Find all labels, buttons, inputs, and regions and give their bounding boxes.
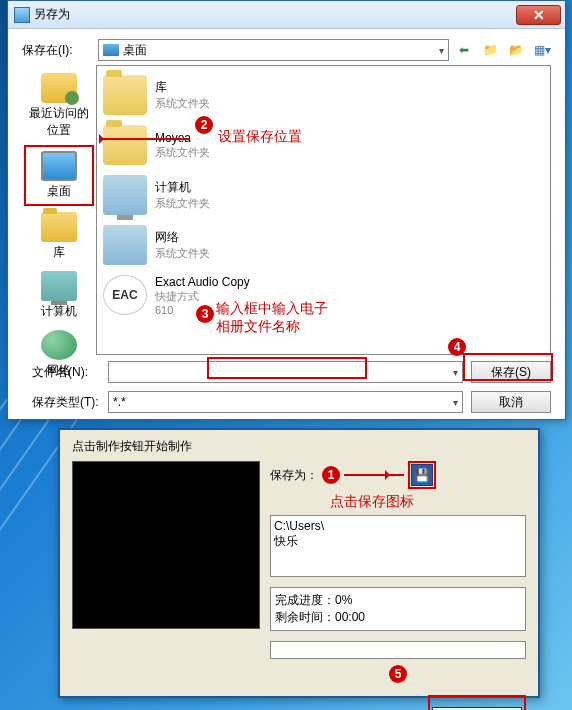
filename-combo[interactable]: ▾ <box>108 361 463 383</box>
computer-icon <box>103 175 147 215</box>
save-button[interactable]: 保存(S) <box>471 361 551 383</box>
place-computer[interactable]: 计算机 <box>24 267 94 324</box>
preview-area <box>72 461 260 629</box>
saveas-label: 保存为： <box>270 467 318 484</box>
annotation-arrow <box>344 474 404 476</box>
place-library[interactable]: 库 <box>24 208 94 265</box>
make-panel: 点击制作按钮开始制作 保存为： 1 💾 点击保存图标 C:\Users\ 快乐 … <box>58 428 540 698</box>
save-as-dialog: 另存为 ✕ 保存在(I): 桌面 ▾ ⬅ 📁 📂 ▦▾ 最近访问的位置 桌面 库… <box>7 0 566 420</box>
network-icon <box>41 330 77 360</box>
new-folder-icon[interactable]: 📂 <box>507 41 525 59</box>
desktop-icon <box>103 44 119 56</box>
save-in-label: 保存在(I): <box>22 42 92 59</box>
list-item[interactable]: 网络系统文件夹 <box>101 220 546 270</box>
filename-input[interactable] <box>109 365 453 379</box>
title-bar: 另存为 ✕ <box>8 1 565 29</box>
library-icon <box>41 212 77 242</box>
list-item[interactable]: 库系统文件夹 <box>101 70 546 120</box>
progress-bar <box>270 641 526 659</box>
path-display: C:\Users\ 快乐 <box>270 515 526 577</box>
annotation-highlight: ➡ 制作 <box>428 695 526 710</box>
file-list[interactable]: 库系统文件夹 Moyea系统文件夹 计算机系统文件夹 网络系统文件夹 EAC E… <box>96 65 551 355</box>
places-bar: 最近访问的位置 桌面 库 计算机 网络 <box>22 65 96 355</box>
chevron-down-icon: ▾ <box>453 397 458 408</box>
list-item[interactable]: EAC Exact Audio Copy快捷方式610 <box>101 270 546 320</box>
location-combo[interactable]: 桌面 ▾ <box>98 39 449 61</box>
panel-title: 点击制作按钮开始制作 <box>72 438 526 455</box>
up-icon[interactable]: 📁 <box>481 41 499 59</box>
progress-info: 完成进度：0% 剩余时间：00:00 <box>270 587 526 631</box>
dialog-icon <box>14 7 30 23</box>
folder-icon <box>103 125 147 165</box>
desktop-icon <box>41 151 77 181</box>
chevron-down-icon: ▾ <box>439 45 444 56</box>
list-item[interactable]: Moyea系统文件夹 <box>101 120 546 170</box>
chevron-down-icon: ▾ <box>453 367 458 378</box>
list-item[interactable]: 计算机系统文件夹 <box>101 170 546 220</box>
annotation-arrow <box>100 138 190 140</box>
recent-icon <box>41 73 77 103</box>
cancel-button[interactable]: 取消 <box>471 391 551 413</box>
place-desktop[interactable]: 桌面 <box>24 145 94 206</box>
network-icon <box>103 225 147 265</box>
library-icon <box>103 75 147 115</box>
eac-icon: EAC <box>103 275 147 315</box>
annotation-text: 点击保存图标 <box>330 493 572 511</box>
view-menu-icon[interactable]: ▦▾ <box>533 41 551 59</box>
computer-icon <box>41 271 77 301</box>
dialog-title: 另存为 <box>34 6 516 23</box>
filename-label: 文件名(N): <box>22 364 100 381</box>
back-icon[interactable]: ⬅ <box>455 41 473 59</box>
save-icon[interactable]: 💾 <box>411 464 433 486</box>
filetype-input[interactable] <box>109 395 453 409</box>
annotation-badge: 5 <box>389 665 407 683</box>
filetype-label: 保存类型(T): <box>22 394 100 411</box>
filetype-combo[interactable]: ▾ <box>108 391 463 413</box>
annotation-badge: 1 <box>322 466 340 484</box>
place-recent[interactable]: 最近访问的位置 <box>24 69 94 143</box>
annotation-highlight: 💾 <box>408 461 436 489</box>
location-value: 桌面 <box>123 42 147 59</box>
close-button[interactable]: ✕ <box>516 5 561 25</box>
